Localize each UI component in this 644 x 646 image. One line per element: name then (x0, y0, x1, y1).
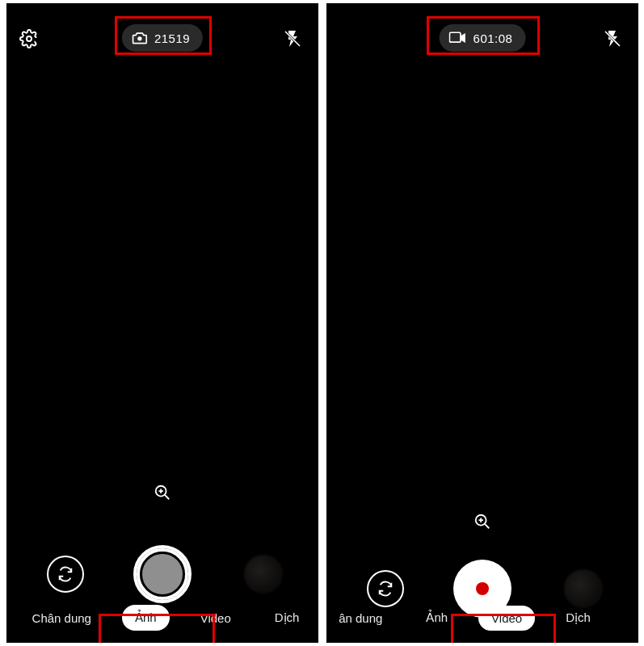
zoom-in-icon[interactable] (471, 510, 494, 533)
top-bar: 21519 (6, 23, 318, 55)
svg-line-12 (485, 524, 489, 528)
mode-video[interactable]: Video (187, 606, 244, 631)
mode-selector[interactable]: ân dung Ảnh Video Dịch (326, 599, 621, 636)
mode-portrait[interactable]: Chân dung (19, 606, 104, 631)
svg-line-5 (165, 495, 169, 499)
camera-icon (132, 31, 148, 45)
record-time-value: 601:08 (474, 31, 513, 45)
flash-off-icon[interactable] (281, 27, 304, 50)
shutter-row (6, 541, 318, 607)
switch-camera-icon[interactable] (47, 556, 84, 593)
shots-remaining-pill[interactable]: 21519 (122, 24, 203, 52)
phone-screen-photo: 21519 (6, 3, 318, 643)
mode-selector[interactable]: Chân dung Ảnh Video Dịch (10, 599, 318, 636)
mode-photo[interactable]: Ảnh (122, 605, 170, 631)
mode-translate[interactable]: Dịch (262, 605, 313, 631)
svg-rect-8 (449, 32, 461, 42)
top-bar: 601:08 (326, 23, 638, 55)
mode-portrait[interactable]: ân dung (326, 606, 395, 631)
mode-photo[interactable]: Ảnh (413, 605, 461, 631)
comparison-stage: 21519 (0, 0, 644, 646)
shutter-button[interactable] (133, 545, 192, 603)
zoom-in-icon[interactable] (151, 481, 174, 504)
shots-remaining-value: 21519 (154, 31, 190, 45)
settings-icon[interactable] (18, 27, 40, 50)
video-icon (449, 31, 467, 44)
svg-point-0 (27, 36, 32, 41)
record-time-pill[interactable]: 601:08 (440, 24, 526, 52)
mode-video[interactable]: Video (478, 606, 535, 631)
svg-point-1 (137, 36, 141, 40)
flash-off-icon[interactable] (601, 27, 624, 50)
record-dot (476, 582, 489, 595)
gallery-thumbnail[interactable] (244, 555, 283, 594)
mode-translate[interactable]: Dịch (553, 605, 604, 631)
phone-screen-video: 601:08 (326, 3, 638, 643)
